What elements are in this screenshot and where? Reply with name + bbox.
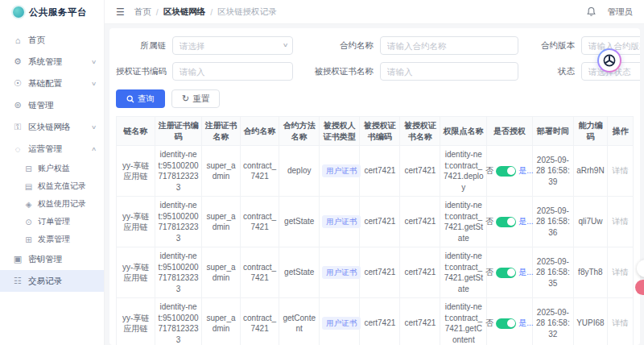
authorized-cert-name-input[interactable]	[380, 62, 518, 81]
chevron-up-icon: ∧	[91, 146, 97, 152]
col-authorized-cert-name: 被授权证书名称	[400, 117, 440, 146]
cloud-icon: ◌	[13, 144, 23, 154]
sidebar-menu: ⌂ 首页 ⚙ 系统管理 ∨ ☉ 基础配置 ∨ ⊚ 链管理 ⚿ 区块链网络 ∨ ◌…	[0, 24, 104, 292]
detail-link[interactable]: 详情	[612, 217, 628, 226]
cert-type-badge: 用户证书	[322, 266, 361, 280]
contract-name-label: 合约名称	[306, 40, 380, 52]
main-content: 所属链 ∨ 合约名称 合约版本 授权证书编	[105, 24, 644, 345]
col-cert-type: 被授权人证书类型	[320, 117, 360, 146]
authorized-cert-name-label: 被授权证书名称	[306, 66, 380, 77]
filter-row-1: 所属链 ∨ 合约名称 合约版本	[116, 36, 634, 55]
sidebar-item-operations-mgmt[interactable]: ◌ 运营管理 ∧	[0, 138, 104, 160]
logo-icon	[13, 6, 24, 18]
topbar: ☰ 首页 / 区块链网络 / 区块链授权记录 管理员	[105, 0, 644, 24]
breadcrumb-current: 区块链授权记录	[217, 6, 277, 18]
chevron-down-icon: ∨	[91, 81, 97, 87]
auth-cert-code-label: 授权证书编码	[116, 66, 172, 77]
col-reg-cert-name: 注册证书名称	[201, 117, 240, 146]
table-row: yy-享链应用链 identity-net:951002007178123233…	[117, 197, 634, 247]
sidebar-item-transaction-records[interactable]: ☷ 交易记录	[0, 270, 104, 292]
cert-type-badge: 用户证书	[322, 215, 361, 229]
sidebar-subitem-usage-records[interactable]: ◈ 权益使用记录	[0, 195, 104, 213]
sidebar-subitem-account-rights[interactable]: ⊟ 账户权益	[0, 160, 104, 177]
sidebar-item-basic-config[interactable]: ☉ 基础配置 ∨	[0, 73, 104, 94]
assistant-float-button[interactable]	[597, 48, 621, 73]
breadcrumb-separator: /	[156, 7, 159, 17]
filter-row-2: 授权证书编码 被授权证书名称 状态 ∨	[116, 62, 634, 81]
authorize-toggle[interactable]	[496, 217, 516, 227]
sidebar-item-chain-mgmt[interactable]: ⊚ 链管理	[0, 94, 104, 116]
records-card: 所属链 ∨ 合约名称 合约版本 授权证书编	[109, 28, 640, 345]
detail-link[interactable]: 详情	[612, 268, 628, 276]
card-icon: ▤	[24, 182, 33, 191]
col-permission-point: 权限点名称	[440, 117, 487, 146]
contract-name-input[interactable]	[380, 36, 518, 55]
invoice-icon: ⊞	[24, 235, 33, 244]
search-icon	[126, 95, 134, 103]
cert-type-badge: 用户证书	[322, 317, 361, 330]
auth-cert-code-input[interactable]	[172, 62, 293, 81]
col-is-authorized: 是否授权	[487, 117, 532, 146]
authorize-toggle[interactable]	[496, 166, 516, 177]
breadcrumb: 首页 / 区块链网络 / 区块链授权记录	[134, 6, 277, 18]
table-row: yy-享链应用链 identity-net:951002007178123233…	[117, 298, 634, 345]
breadcrumb-separator: /	[210, 7, 213, 17]
table-row: yy-享链应用链 identity-net:951002007178123233…	[117, 146, 634, 197]
sidebar-subitem-order-mgmt[interactable]: ⊙ 订单管理	[0, 213, 104, 231]
table-header-row: 链名称 注册证书编码 注册证书名称 合约名称 合约方法名称 被授权人证书类型 被…	[117, 117, 634, 146]
col-contract-name: 合约名称	[241, 117, 279, 146]
col-contract-method: 合约方法名称	[279, 117, 320, 146]
user-icon: ☉	[13, 78, 23, 89]
authorize-toggle[interactable]	[496, 268, 516, 278]
list-icon: ☷	[13, 276, 23, 286]
filter-contract-version: 合约版本	[531, 36, 640, 55]
app-title: 公共服务平台	[29, 6, 87, 19]
contract-version-label: 合约版本	[531, 40, 581, 52]
filter-authorized-cert-name: 被授权证书名称	[306, 62, 518, 81]
filter-contract-name: 合约名称	[306, 36, 518, 55]
order-icon: ⊙	[24, 218, 33, 227]
hamburger-icon[interactable]: ☰	[116, 6, 125, 18]
filter-chain: 所属链 ∨	[116, 36, 293, 55]
detail-link[interactable]: 详情	[612, 166, 628, 175]
search-button[interactable]: 查询	[116, 89, 165, 108]
key-icon: ▣	[13, 254, 23, 264]
sidebar-item-key-mgmt[interactable]: ▣ 密钥管理	[0, 248, 104, 270]
col-reg-cert-code: 注册证书编码	[155, 117, 202, 146]
status-filter-label: 状态	[531, 66, 581, 77]
chain-select[interactable]	[172, 36, 293, 55]
sidebar-item-blockchain-network[interactable]: ⚿ 区块链网络 ∨	[0, 116, 104, 138]
col-authorized-cert-code: 被授权证书编码	[360, 117, 400, 146]
chain-filter-label: 所属链	[116, 40, 172, 52]
gear-icon: ⚙	[13, 56, 23, 67]
wallet-icon: ⊟	[24, 164, 33, 173]
chevron-down-icon: ∨	[91, 124, 97, 131]
authorize-toggle[interactable]	[496, 318, 516, 329]
col-chain-name: 链名称	[117, 117, 155, 146]
chevron-down-icon: ∨	[91, 59, 97, 65]
col-ability-code: 能力编码	[574, 117, 608, 146]
assistant-logo-icon	[603, 54, 616, 67]
reset-icon: ↻	[182, 94, 189, 104]
reset-button[interactable]: ↻ 重置	[171, 89, 220, 108]
home-icon: ⌂	[13, 35, 23, 45]
authorization-table: 链名称 注册证书编码 注册证书名称 合约名称 合约方法名称 被授权人证书类型 被…	[116, 116, 634, 345]
table-row: yy-享链应用链 identity-net:951002007178123233…	[117, 247, 634, 298]
filter-status: 状态 ∨	[531, 62, 640, 81]
sidebar-subitem-invoice-mgmt[interactable]: ⊞ 发票管理	[0, 231, 104, 248]
globe-icon: ⊚	[13, 100, 23, 110]
admin-user-label[interactable]: 管理员	[608, 6, 634, 18]
record-icon: ◈	[24, 200, 33, 209]
sidebar-item-home[interactable]: ⌂ 首页	[0, 29, 104, 51]
col-deploy-time: 部署时间	[532, 117, 573, 146]
sidebar-item-system-mgmt[interactable]: ⚙ 系统管理 ∨	[0, 51, 104, 73]
breadcrumb-home[interactable]: 首页	[134, 6, 151, 18]
sidebar-subitem-recharge-records[interactable]: ▤ 权益充值记录	[0, 177, 104, 195]
cert-type-badge: 用户证书	[322, 164, 361, 178]
bell-icon[interactable]	[586, 6, 597, 17]
wrench-icon: ⚿	[13, 122, 23, 132]
detail-link[interactable]: 详情	[612, 318, 628, 327]
breadcrumb-network[interactable]: 区块链网络	[163, 6, 206, 18]
col-actions: 操作	[607, 117, 633, 146]
filter-actions: 查询 ↻ 重置	[116, 89, 634, 108]
